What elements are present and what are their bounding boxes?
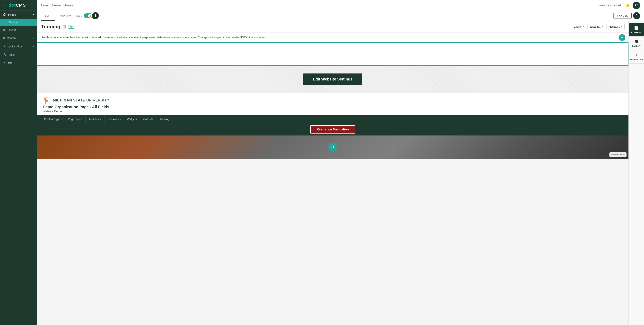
chevron-right-icon: › <box>33 45 34 48</box>
back-button[interactable]: ← <box>3 3 6 8</box>
add-content-button[interactable]: + <box>619 34 625 41</box>
editpage-dropdown[interactable]: editpage... ▾ <box>588 24 606 29</box>
properties-panel-icon: + <box>635 53 638 57</box>
page-controls: English ▾ editpage... ▾ modes.p... ▾ <box>572 24 624 29</box>
breadcrumb-pages[interactable]: Pages <box>41 4 48 7</box>
site-url: www.canr.msu.edu <box>600 4 622 7</box>
page-content: Training 📋 API English ▾ editpage... ▾ m… <box>37 21 644 325</box>
notification-bell-icon[interactable]: 🔔 <box>625 3 630 8</box>
breadcrumb-browser[interactable]: Browser <box>52 4 61 7</box>
rearrange-navigation-button[interactable]: Rearrange Navigation <box>310 125 355 134</box>
description-banner: Use this container to replace banner wit… <box>37 33 628 42</box>
sidebar-item-vanity-urls[interactable]: ↗ Vanity URLs › <box>0 42 37 51</box>
chevron-down-icon: ▾ <box>33 14 34 16</box>
sidebar-item-content[interactable]: ≡ Content › <box>0 34 37 42</box>
hero-image-area: ↺ Privacy · Terms <box>37 136 628 159</box>
pages-icon: 🗐 <box>3 13 6 17</box>
msu-logo-row: 🦌 MICHIGAN STATE UNIVERSITY <box>43 97 623 104</box>
step-badge: 1 <box>91 12 100 20</box>
org-subtitle: Website Demo <box>43 110 623 113</box>
settings-area: Edit Website Settings <box>37 66 628 93</box>
chevron-right-icon: › <box>33 37 34 40</box>
content-icon: ≡ <box>3 36 5 40</box>
properties-panel-label: PROPERTIES <box>630 59 643 61</box>
language-dropdown[interactable]: English ▾ <box>572 24 586 29</box>
sidebar-subitem-browser-label: Browser <box>8 21 18 24</box>
api-badge: API <box>68 25 74 29</box>
msu-header: 🦌 MICHIGAN STATE UNIVERSITY Demo Organiz… <box>37 93 628 115</box>
nav-bar: Content Types Page Types Templates Conta… <box>37 115 628 136</box>
modes-dropdown[interactable]: modes.p... ▾ <box>606 24 624 29</box>
tab-edit[interactable]: EDIT <box>41 11 55 21</box>
tools-icon: 🔧 <box>3 53 7 57</box>
nav-item-page-types[interactable]: Page Types <box>65 115 86 123</box>
live-label: LIVE <box>76 14 82 17</box>
content-panel-icon: 📄 <box>634 26 639 30</box>
refresh-icon[interactable]: ↺ <box>328 143 337 151</box>
live-toggle-area: LIVE 🔒 <box>76 14 92 18</box>
sidebar-item-layout-label: Layout <box>8 28 16 32</box>
rearrange-nav-row: Rearrange Navigation <box>37 123 628 136</box>
right-panel: 📄 CONTENT ⊞ LAYOUT + PROPERTIES <box>628 21 644 325</box>
right-panel-content[interactable]: 📄 CONTENT <box>629 23 644 37</box>
page-toolbar: EDIT PREVIEW LIVE 🔒 1 CANCEL ⋮ <box>37 11 644 21</box>
nav-item-training[interactable]: Training <box>156 115 172 123</box>
sidebar-item-content-label: Content <box>7 37 16 40</box>
chevron-down-icon: ▾ <box>621 26 622 28</box>
nav-item-content-types[interactable]: Content Types <box>41 115 65 123</box>
page-title: Training <box>41 24 60 30</box>
more-options-button[interactable]: ⋮ <box>633 12 640 19</box>
nav-item-templates[interactable]: Templates <box>86 115 104 123</box>
copy-icon[interactable]: 📋 <box>62 25 66 29</box>
sidebar-item-help[interactable]: ? Help › <box>0 59 37 67</box>
sidebar-item-help-label: Help <box>7 62 12 65</box>
nav-item-callouts[interactable]: Callouts <box>140 115 156 123</box>
edit-website-settings-button[interactable]: Edit Website Settings <box>303 74 362 85</box>
nav-item-containers[interactable]: Containers <box>104 115 124 123</box>
chevron-down-icon: ▾ <box>583 26 584 28</box>
topbar: Pages | Browser › Training www.canr.msu.… <box>37 0 644 11</box>
chevron-right-icon: › <box>33 54 34 56</box>
msu-name: MICHIGAN STATE UNIVERSITY <box>53 98 109 102</box>
sidebar-item-vanity-urls-label: Vanity URLs <box>8 45 22 48</box>
msu-shield-icon: 🦌 <box>43 97 50 104</box>
recaptcha-badge: Privacy · Terms <box>610 152 626 157</box>
sidebar-item-pages-label: Pages <box>8 13 16 16</box>
sidebar-item-tools[interactable]: 🔧 Tools › <box>0 51 37 59</box>
main-area: Pages | Browser › Training www.canr.msu.… <box>37 0 644 325</box>
page-header-row: Training 📋 API English ▾ editpage... ▾ m… <box>37 21 628 33</box>
org-title: Demo Organization Page - All Fields <box>43 105 623 109</box>
editor-area: Training 📋 API English ▾ editpage... ▾ m… <box>37 21 628 325</box>
right-panel-layout[interactable]: ⊞ LAYOUT <box>629 37 644 50</box>
sidebar: ← dotCMS 🗐 Pages ▾ Browser ⊞ Layout › ≡ … <box>0 0 37 325</box>
sidebar-item-layout[interactable]: ⊞ Layout › <box>0 26 37 34</box>
sidebar-nav: 🗐 Pages ▾ Browser ⊞ Layout › ≡ Content ›… <box>0 11 37 67</box>
tab-preview[interactable]: PREVIEW <box>55 11 75 21</box>
breadcrumb-current: Training <box>65 4 74 7</box>
nav-item-widgets[interactable]: Widgets <box>124 115 140 123</box>
logo-area: ← dotCMS <box>0 0 37 11</box>
breadcrumb-sep2: › <box>63 4 64 7</box>
content-panel-label: CONTENT <box>632 32 642 34</box>
vanity-urls-icon: ↗ <box>3 45 6 48</box>
chevron-right-icon: › <box>33 29 34 31</box>
sidebar-item-tools-label: Tools <box>9 53 15 56</box>
chevron-right-icon: › <box>33 62 34 64</box>
chevron-down-icon: ▾ <box>602 26 603 28</box>
nav-items: Content Types Page Types Templates Conta… <box>37 115 628 123</box>
help-icon: ? <box>3 61 5 65</box>
content-container <box>37 42 628 66</box>
layout-panel-label: LAYOUT <box>632 45 640 47</box>
cancel-button[interactable]: CANCEL <box>613 13 632 19</box>
description-text: Use this container to replace banner wit… <box>41 36 266 39</box>
layout-panel-icon: ⊞ <box>635 39 638 44</box>
user-avatar[interactable]: C <box>633 2 640 9</box>
right-panel-properties[interactable]: + PROPERTIES <box>629 50 644 64</box>
layout-icon: ⊞ <box>3 28 6 32</box>
breadcrumb-sep1: | <box>50 4 50 7</box>
sidebar-subitem-browser[interactable]: Browser <box>0 19 37 26</box>
sidebar-item-pages[interactable]: 🗐 Pages ▾ <box>0 11 37 19</box>
logo: dotCMS <box>8 3 26 8</box>
breadcrumb: Pages | Browser › Training <box>41 4 74 7</box>
